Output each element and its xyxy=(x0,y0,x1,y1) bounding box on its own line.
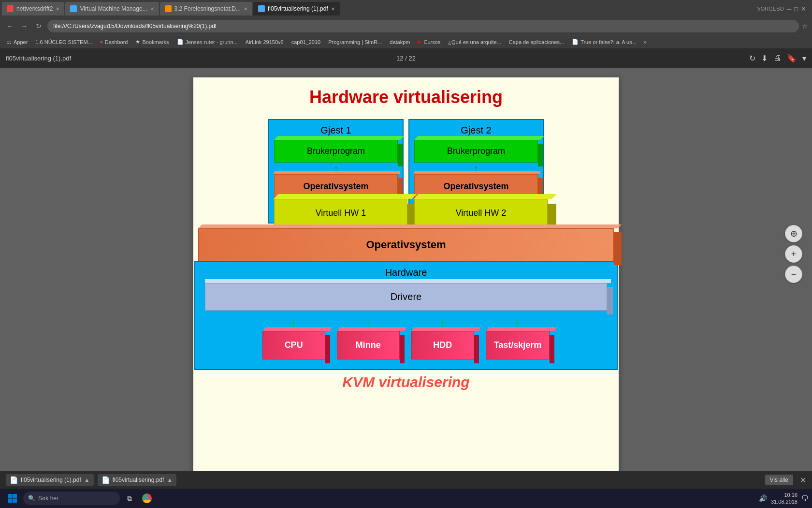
pdf-print-icon[interactable]: 🖨 xyxy=(773,54,781,62)
clock-date: 31.08.2018 xyxy=(771,498,798,505)
drivere-side xyxy=(607,287,613,314)
task-view-button[interactable]: ⧉ xyxy=(122,491,137,506)
tab-3-close[interactable]: ✕ xyxy=(244,6,247,12)
vhw-1-box: Virtuell HW 1 xyxy=(274,199,407,227)
download-2-chevron[interactable]: ▲ xyxy=(167,477,173,483)
hw-components: ↑ CPU ↑ Minne xyxy=(205,317,607,359)
taskbar-search[interactable]: 🔍 Søk her xyxy=(23,492,120,505)
brukerprogram-2-box: Brukerprogram xyxy=(414,140,538,163)
windows-start-button[interactable] xyxy=(4,490,21,507)
minne-box-side xyxy=(400,335,405,363)
forward-button[interactable]: → xyxy=(18,20,30,32)
os-wide-top xyxy=(198,224,622,228)
zoom-out-button[interactable]: − xyxy=(785,266,802,283)
bookmark-true[interactable]: 📄 True or false?: a. A us... xyxy=(569,38,639,46)
bookmarks-bar: ⚏ Apper 1.6 NÚCLEO SISTEM... ● Dashbord … xyxy=(0,35,812,48)
window-controls: VORGESO ─ □ ✕ xyxy=(757,5,810,13)
hardware-label: Hardware xyxy=(205,267,607,278)
brand-label: VORGESO xyxy=(757,6,784,12)
bookmark-dashbord[interactable]: ● Dashbord xyxy=(97,38,131,46)
browser-chrome: nettverksdrift2 ✕ Virtual Machine Manage… xyxy=(0,0,812,48)
cpu-box-top xyxy=(263,327,332,331)
tast-box-top xyxy=(486,327,556,331)
tab-4-close[interactable]: ✕ xyxy=(331,6,335,12)
tab-bar: nettverksdrift2 ✕ Virtual Machine Manage… xyxy=(0,0,812,17)
bookmark-jensen[interactable]: 📄 Jensen ruter - grunn... xyxy=(174,38,241,46)
brukerprogram-1: Brukerprogram xyxy=(274,140,398,163)
tab-4[interactable]: fl05virtualisering (1).pdf ✕ xyxy=(253,2,340,15)
zoom-controls: ⊕ + − xyxy=(785,225,802,283)
download-item-2[interactable]: 📄 fl05virtualisering.pdf ▲ xyxy=(98,474,177,486)
apps-icon: ⚏ xyxy=(7,39,12,45)
clock-time: 10:16 xyxy=(771,492,798,498)
tab-4-label: fl05virtualisering (1).pdf xyxy=(268,5,328,12)
bookmark-capa[interactable]: Capa de aplicaciones... xyxy=(506,38,567,46)
tab-2[interactable]: Virtual Machine Manage... ✕ xyxy=(65,2,159,15)
brukerprogram-1-box: Brukerprogram xyxy=(274,140,398,163)
hw-component-minne: ↑ Minne xyxy=(337,317,400,359)
back-button[interactable]: ← xyxy=(4,20,15,32)
browser-toolbar-icons: ☆ xyxy=(802,22,808,30)
tab-3[interactable]: 3.2 Forelesningsnotat:D... ✕ xyxy=(160,2,252,15)
windows-logo-icon xyxy=(8,493,17,503)
taskbar-right-icons: 🔊 10:16 31.08.2018 🗨 xyxy=(759,492,808,506)
hdd-box-top xyxy=(412,327,481,331)
pdf-title: fl05virtualisering (1).pdf xyxy=(6,55,71,62)
svg-rect-0 xyxy=(8,494,13,498)
pdf-page-info: 12 / 22 xyxy=(396,55,416,62)
bottom-partial: KVM virtualisering xyxy=(194,370,618,394)
bookmark-1[interactable]: 1.6 NÚCLEO SISTEM... xyxy=(32,38,95,46)
hw-component-cpu: ↑ CPU xyxy=(262,317,325,359)
vis-alle-button[interactable]: Vis alle xyxy=(765,475,793,485)
tab-3-label: 3.2 Forelesningsnotat:D... xyxy=(174,5,241,12)
bookmark-cap[interactable]: cap01_2010 xyxy=(289,38,324,46)
chrome-taskbar-icon[interactable] xyxy=(139,491,155,506)
vhw-2-box: Virtuell HW 2 xyxy=(414,199,548,227)
tab-1-label: nettverksdrift2 xyxy=(16,5,53,12)
address-input[interactable] xyxy=(47,20,799,32)
tab-1-close[interactable]: ✕ xyxy=(56,6,59,12)
download-item-1[interactable]: 📄 fl05virtualisering (1).pdf ▲ xyxy=(6,474,94,486)
pdf-reload-icon[interactable]: ↻ xyxy=(749,54,755,63)
taskbar-clock: 10:16 31.08.2018 xyxy=(771,492,798,506)
bookmark-datakpm[interactable]: datakpm xyxy=(387,38,413,46)
close-downloads-button[interactable]: ✕ xyxy=(800,476,806,485)
brukerprogram-1-side xyxy=(398,144,403,166)
maximize-btn[interactable]: □ xyxy=(794,5,798,13)
tab-2-close[interactable]: ✕ xyxy=(150,6,154,12)
bookmark-programming[interactable]: Programming | SimR... xyxy=(325,38,385,46)
bookmark-star-icon[interactable]: ☆ xyxy=(802,22,808,30)
bookmark-airlink[interactable]: AirLink 29150v6 xyxy=(243,38,287,46)
bookmarks-more[interactable]: » xyxy=(643,39,647,45)
status-bar: 📄 fl05virtualisering (1).pdf ▲ 📄 fl05vir… xyxy=(0,471,812,489)
minimize-btn[interactable]: ─ xyxy=(787,5,791,13)
download-1-chevron[interactable]: ▲ xyxy=(84,477,90,483)
notification-icon[interactable]: 🗨 xyxy=(801,494,808,502)
bookmark-que[interactable]: ¿Qué es una arquite... xyxy=(445,38,504,46)
zoom-fit-button[interactable]: ⊕ xyxy=(785,225,802,242)
pdf-download-icon[interactable]: ⬇ xyxy=(761,54,768,63)
bookmark-cursos[interactable]: ▶ Cursos xyxy=(415,38,443,46)
zoom-in-button[interactable]: + xyxy=(785,245,802,263)
bookmark-apper[interactable]: ⚏ Apper xyxy=(4,38,30,46)
os-2-top xyxy=(414,171,540,174)
tab-1[interactable]: nettverksdrift2 ✕ xyxy=(2,2,64,15)
hardware-container: Hardware Drivere ↑ CPU xyxy=(194,261,618,370)
guest-1-box: Gjest 1 Brukerprogram ↑ xyxy=(268,119,404,224)
bookmark-bookmarks[interactable]: ★ Bookmarks xyxy=(132,38,172,46)
os-wide-side xyxy=(614,232,622,265)
brukerprogram-2-side xyxy=(538,144,543,166)
vhw-2-top xyxy=(414,194,557,199)
close-btn[interactable]: ✕ xyxy=(801,5,806,13)
minne-box-top xyxy=(337,327,406,331)
guests-row: Gjest 1 Brukerprogram ↑ xyxy=(268,119,544,224)
volume-icon[interactable]: 🔊 xyxy=(759,494,767,502)
pdf-bookmark-icon[interactable]: 🔖 xyxy=(787,54,797,63)
reload-button[interactable]: ↻ xyxy=(33,20,44,32)
brukerprogram-1-top xyxy=(274,136,404,140)
pdf-page: Hardware virtualisering Gjest 1 Brukerpr… xyxy=(193,77,619,489)
youtube-icon: ▶ xyxy=(418,39,421,45)
drivere: Drivere xyxy=(205,283,607,311)
pdf-menu-icon[interactable]: ▾ xyxy=(802,54,806,63)
hdd-box: HDD xyxy=(411,331,474,359)
